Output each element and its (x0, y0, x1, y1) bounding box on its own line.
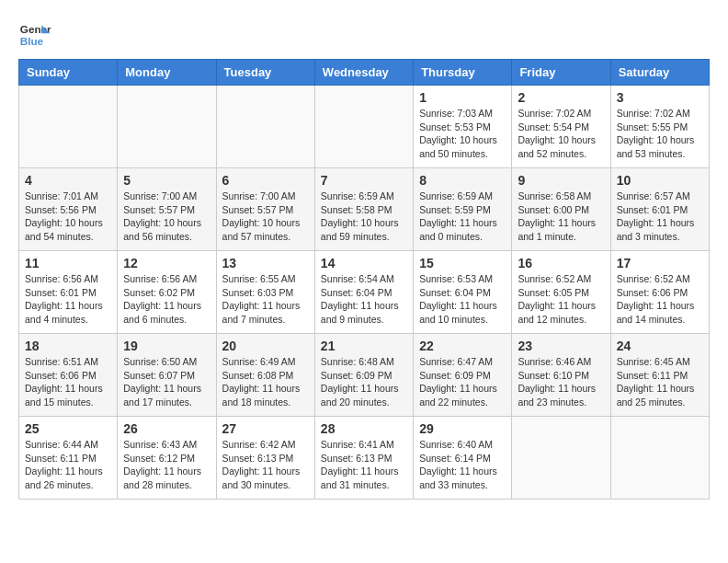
weekday-header-tuesday: Tuesday (216, 60, 314, 86)
day-info: Sunrise: 7:02 AMSunset: 5:54 PMDaylight:… (518, 107, 604, 161)
day-info: Sunrise: 7:02 AMSunset: 5:55 PMDaylight:… (617, 107, 703, 161)
calendar-cell: 19Sunrise: 6:50 AMSunset: 6:07 PMDayligh… (118, 334, 216, 417)
day-info: Sunrise: 6:52 AMSunset: 6:05 PMDaylight:… (518, 272, 604, 327)
day-info: Sunrise: 6:42 AMSunset: 6:13 PMDaylight:… (222, 438, 309, 492)
calendar-table: SundayMondayTuesdayWednesdayThursdayFrid… (18, 59, 710, 500)
svg-text:General: General (20, 23, 51, 35)
day-number: 21 (321, 339, 407, 353)
weekday-header-friday: Friday (512, 60, 610, 86)
day-number: 3 (617, 90, 703, 105)
day-number: 2 (518, 90, 604, 105)
day-number: 22 (419, 339, 506, 353)
day-number: 12 (123, 256, 210, 270)
calendar-cell: 12Sunrise: 6:56 AMSunset: 6:02 PMDayligh… (118, 251, 216, 334)
calendar-cell: 26Sunrise: 6:43 AMSunset: 6:12 PMDayligh… (118, 417, 216, 500)
day-info: Sunrise: 6:43 AMSunset: 6:12 PMDaylight:… (123, 438, 210, 492)
day-info: Sunrise: 6:47 AMSunset: 6:09 PMDaylight:… (419, 355, 506, 409)
day-number: 27 (222, 421, 309, 436)
calendar-cell: 5Sunrise: 7:00 AMSunset: 5:57 PMDaylight… (118, 168, 216, 251)
day-number: 7 (321, 173, 407, 188)
calendar-cell: 2Sunrise: 7:02 AMSunset: 5:54 PMDaylight… (512, 86, 610, 168)
calendar-cell (118, 86, 216, 168)
calendar-cell: 7Sunrise: 6:59 AMSunset: 5:58 PMDaylight… (314, 168, 413, 251)
day-number: 28 (321, 421, 407, 436)
day-info: Sunrise: 7:01 AMSunset: 5:56 PMDaylight:… (25, 190, 111, 244)
day-info: Sunrise: 6:54 AMSunset: 6:04 PMDaylight:… (321, 272, 407, 327)
weekday-header-thursday: Thursday (414, 60, 512, 86)
calendar-cell: 29Sunrise: 6:40 AMSunset: 6:14 PMDayligh… (414, 417, 512, 500)
logo-icon: General Blue (18, 18, 51, 52)
calendar-cell: 4Sunrise: 7:01 AMSunset: 5:56 PMDaylight… (19, 168, 118, 251)
calendar-cell: 6Sunrise: 7:00 AMSunset: 5:57 PMDaylight… (216, 168, 314, 251)
calendar-cell: 11Sunrise: 6:56 AMSunset: 6:01 PMDayligh… (19, 251, 118, 334)
day-info: Sunrise: 7:03 AMSunset: 5:53 PMDaylight:… (419, 107, 506, 161)
calendar-cell: 25Sunrise: 6:44 AMSunset: 6:11 PMDayligh… (19, 417, 118, 500)
day-info: Sunrise: 6:57 AMSunset: 6:01 PMDaylight:… (617, 190, 703, 244)
calendar-cell: 17Sunrise: 6:52 AMSunset: 6:06 PMDayligh… (610, 251, 709, 334)
day-number: 23 (518, 339, 604, 353)
day-number: 13 (222, 256, 309, 270)
calendar-cell (314, 86, 413, 168)
day-info: Sunrise: 7:00 AMSunset: 5:57 PMDaylight:… (123, 190, 210, 244)
day-info: Sunrise: 6:58 AMSunset: 6:00 PMDaylight:… (518, 190, 604, 244)
day-info: Sunrise: 7:00 AMSunset: 5:57 PMDaylight:… (222, 190, 309, 244)
day-info: Sunrise: 6:50 AMSunset: 6:07 PMDaylight:… (123, 355, 210, 409)
day-number: 11 (25, 256, 111, 270)
day-number: 14 (321, 256, 407, 270)
day-number: 10 (617, 173, 703, 188)
day-info: Sunrise: 6:56 AMSunset: 6:02 PMDaylight:… (123, 272, 210, 327)
calendar-cell: 23Sunrise: 6:46 AMSunset: 6:10 PMDayligh… (512, 334, 610, 417)
calendar-cell: 16Sunrise: 6:52 AMSunset: 6:05 PMDayligh… (512, 251, 610, 334)
calendar-week-row: 25Sunrise: 6:44 AMSunset: 6:11 PMDayligh… (19, 417, 710, 500)
day-number: 20 (222, 339, 309, 353)
calendar-week-row: 18Sunrise: 6:51 AMSunset: 6:06 PMDayligh… (19, 334, 710, 417)
day-info: Sunrise: 6:48 AMSunset: 6:09 PMDaylight:… (321, 355, 407, 409)
day-info: Sunrise: 6:49 AMSunset: 6:08 PMDaylight:… (222, 355, 309, 409)
day-number: 26 (123, 421, 210, 436)
weekday-header-wednesday: Wednesday (314, 60, 413, 86)
day-number: 8 (419, 173, 506, 188)
calendar-header-row: SundayMondayTuesdayWednesdayThursdayFrid… (19, 60, 710, 86)
day-number: 19 (123, 339, 210, 353)
day-info: Sunrise: 6:40 AMSunset: 6:14 PMDaylight:… (419, 438, 506, 492)
day-info: Sunrise: 6:41 AMSunset: 6:13 PMDaylight:… (321, 438, 407, 492)
day-number: 4 (25, 173, 111, 188)
day-info: Sunrise: 6:52 AMSunset: 6:06 PMDaylight:… (617, 272, 703, 327)
calendar-cell: 27Sunrise: 6:42 AMSunset: 6:13 PMDayligh… (216, 417, 314, 500)
day-info: Sunrise: 6:45 AMSunset: 6:11 PMDaylight:… (617, 355, 703, 409)
page-header: General Blue (18, 18, 710, 52)
calendar-cell: 9Sunrise: 6:58 AMSunset: 6:00 PMDaylight… (512, 168, 610, 251)
day-number: 25 (25, 421, 111, 436)
calendar-cell: 22Sunrise: 6:47 AMSunset: 6:09 PMDayligh… (414, 334, 512, 417)
day-number: 9 (518, 173, 604, 188)
calendar-week-row: 11Sunrise: 6:56 AMSunset: 6:01 PMDayligh… (19, 251, 710, 334)
day-number: 15 (419, 256, 506, 270)
calendar-cell (610, 417, 709, 500)
calendar-week-row: 4Sunrise: 7:01 AMSunset: 5:56 PMDaylight… (19, 168, 710, 251)
calendar-cell: 8Sunrise: 6:59 AMSunset: 5:59 PMDaylight… (414, 168, 512, 251)
calendar-cell: 24Sunrise: 6:45 AMSunset: 6:11 PMDayligh… (610, 334, 709, 417)
weekday-header-saturday: Saturday (610, 60, 709, 86)
calendar-cell (216, 86, 314, 168)
calendar-cell: 10Sunrise: 6:57 AMSunset: 6:01 PMDayligh… (610, 168, 709, 251)
day-number: 5 (123, 173, 210, 188)
calendar-cell: 15Sunrise: 6:53 AMSunset: 6:04 PMDayligh… (414, 251, 512, 334)
calendar-cell: 28Sunrise: 6:41 AMSunset: 6:13 PMDayligh… (314, 417, 413, 500)
day-number: 24 (617, 339, 703, 353)
day-info: Sunrise: 6:55 AMSunset: 6:03 PMDaylight:… (222, 272, 309, 327)
weekday-header-sunday: Sunday (19, 60, 118, 86)
day-info: Sunrise: 6:46 AMSunset: 6:10 PMDaylight:… (518, 355, 604, 409)
day-number: 1 (419, 90, 506, 105)
day-number: 29 (419, 421, 506, 436)
calendar-cell: 21Sunrise: 6:48 AMSunset: 6:09 PMDayligh… (314, 334, 413, 417)
calendar-cell (512, 417, 610, 500)
logo: General Blue (18, 18, 51, 52)
day-info: Sunrise: 6:53 AMSunset: 6:04 PMDaylight:… (419, 272, 506, 327)
svg-text:Blue: Blue (20, 35, 44, 47)
calendar-cell: 18Sunrise: 6:51 AMSunset: 6:06 PMDayligh… (19, 334, 118, 417)
day-number: 18 (25, 339, 111, 353)
calendar-cell (19, 86, 118, 168)
day-info: Sunrise: 6:51 AMSunset: 6:06 PMDaylight:… (25, 355, 111, 409)
day-number: 6 (222, 173, 309, 188)
day-info: Sunrise: 6:44 AMSunset: 6:11 PMDaylight:… (25, 438, 111, 492)
